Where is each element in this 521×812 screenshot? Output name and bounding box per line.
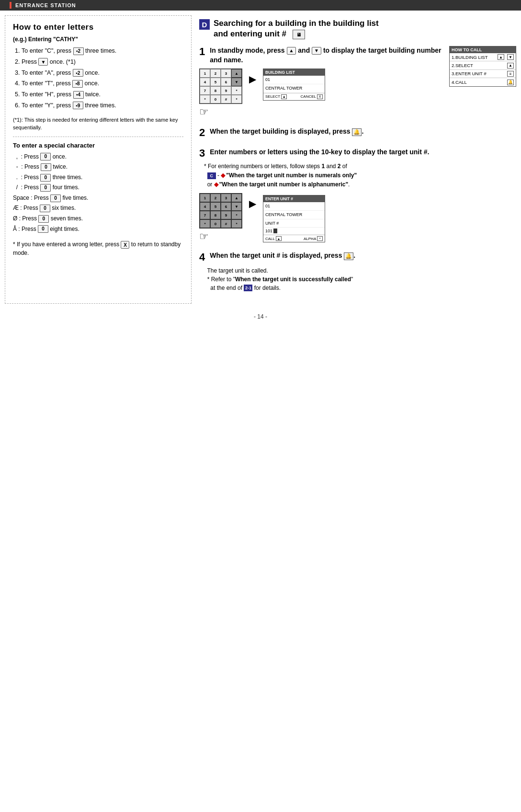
step-a-text: To enter "A", press ▪2 once.: [22, 69, 100, 76]
key-0-dash: 0: [41, 163, 51, 171]
htc-row2-text: 2.SELECT: [452, 63, 473, 68]
example-title: (e.g.) Entering "CATHY": [13, 36, 183, 43]
eus-footer: CALL ▲ ALPHA *: [263, 235, 325, 242]
eus-alpha-btn: ALPHA *: [304, 236, 323, 241]
step3-keypad: 1 2 3 ▲ 4 5 6 ▼: [199, 193, 242, 243]
step3-hand: ☞: [199, 230, 242, 243]
step-nav: Press ▼ once. (*1): [22, 57, 183, 67]
main-content: How to enter letters (e.g.) Entering "CA…: [0, 11, 521, 309]
kp3-down: ▼: [231, 202, 242, 211]
step-c: To enter "C", press ▪2 three times.: [22, 46, 183, 56]
kp3-4: 4: [200, 202, 210, 211]
eus-call-icon: ▲: [276, 236, 282, 241]
step-y: To enter "Y", press ▪9 three times.: [22, 101, 183, 110]
kp-star: *: [231, 86, 242, 95]
step3-sub: * For entering numbers or letters, follo…: [199, 162, 516, 190]
htc-row1-icons: ▲ ▼: [496, 54, 514, 60]
step2-num: 2: [199, 127, 205, 138]
eus-unit-label: UNIT #: [263, 219, 325, 228]
step4-bell: 🔔: [344, 252, 353, 260]
step3-num: 3: [199, 148, 205, 159]
key-down: ▼: [38, 58, 48, 66]
step1-cancel-icon: X: [317, 94, 323, 99]
step1-down-key: ▼: [312, 47, 321, 55]
step1-cancel-btn: CANCEL X: [301, 94, 323, 99]
step-nav-text: Press ▼ once. (*1): [22, 58, 76, 65]
step1-select-icon: ▲: [281, 94, 287, 99]
cathy-steps: To enter "C", press ▪2 three times. Pres…: [13, 46, 183, 110]
eus-name: CENTRAL TOWER: [263, 211, 325, 219]
kp-6: 6: [221, 78, 231, 86]
htc-row3-text: 3.ENTER UNIT #: [452, 71, 487, 76]
footnote: (*1): This step is needed for entering d…: [13, 116, 183, 132]
eus-call-btn: CALL ▲: [265, 236, 282, 241]
step3-text: Enter numbers or letters using the 10-ke…: [210, 148, 429, 157]
step1-keypad-group: 1 2 3 ▲ 4 5 6 ▼: [199, 69, 242, 118]
section-header: D Searching for a building in the buildi…: [199, 18, 516, 39]
step4-note: The target unit is called. * Refer to "W…: [199, 266, 516, 292]
page-number: - 14 -: [0, 309, 521, 323]
kp-3: 3: [221, 69, 231, 78]
kp3-2: 2: [210, 194, 221, 202]
step-t-text: To enter "T", press ▪8 once.: [22, 80, 99, 87]
step2-bell: 🔔: [352, 128, 362, 136]
kp3-0: 0: [210, 219, 221, 228]
htc-select-icon: ▲: [507, 63, 514, 69]
left-column: How to enter letters (e.g.) Entering "CA…: [5, 15, 192, 304]
kp-row1: 1 2 3 ▲: [200, 69, 242, 78]
kp3-row1: 1 2 3 ▲: [200, 194, 242, 202]
step-h: To enter "H", press ▪4 twice.: [22, 90, 183, 99]
htc-row-2: 2.SELECT ▲: [450, 61, 516, 70]
kp3-hash: #: [221, 219, 231, 228]
step3-bullet1: ◆: [221, 172, 225, 179]
kp-down: ▼: [231, 78, 242, 86]
step2: 2 When the target building is displayed,…: [199, 127, 516, 138]
key-8: ▪8: [72, 80, 83, 88]
step-c-text: To enter "C", press ▪2 three times.: [22, 47, 116, 54]
kp-9: 9: [221, 86, 231, 95]
kp-2: 2: [210, 69, 221, 78]
kp3-9: 9: [221, 211, 231, 219]
htc-enter-icon: ≡: [507, 71, 514, 77]
htc-up-icon: ▲: [498, 54, 504, 60]
kp-8: 8: [210, 86, 221, 95]
key-9: ▪9: [73, 102, 83, 109]
key-0-oe: 0: [38, 215, 49, 223]
kp-row2: 4 5 6 ▼: [200, 78, 242, 86]
htc-call-icon: 🔔: [507, 80, 514, 85]
step3-keypad-group: 1 2 3 ▲ 4 5 6 ▼: [199, 193, 242, 243]
key-x: X: [121, 241, 129, 249]
kp3-5: 5: [210, 202, 221, 211]
step1-arrow: ▶: [249, 73, 256, 85]
key-0-aa: 0: [38, 225, 48, 233]
step-h-text: To enter "H", press ▪4 twice.: [22, 91, 101, 98]
key-2b: ▪2: [73, 69, 83, 77]
htc-header: HOW TO CALL: [450, 46, 516, 53]
kp3-3: 3: [221, 194, 231, 202]
step-y-text: To enter "Y", press ▪9 three times.: [22, 102, 116, 109]
wrong-letter-note: * If you have entered a wrong letter, pr…: [13, 240, 183, 257]
kp3-row3: 7 8 9 *: [200, 211, 242, 219]
special-char-section: To enter a special character , : Press 0…: [13, 142, 183, 235]
step1-select-btn: SELECT ▲: [265, 94, 287, 99]
kp3-8: 8: [210, 211, 221, 219]
step4-num: 4: [199, 252, 205, 263]
step3-c-label: C: [207, 172, 216, 179]
step1-content: 1 2 3 ▲ 4 5 6 ▼: [199, 69, 444, 118]
step3: 3 Enter numbers or letters using the 10-…: [199, 148, 516, 243]
eus-cursor: [273, 229, 277, 233]
kp3-up: ▲: [231, 194, 242, 202]
divider1: [13, 137, 183, 137]
eus-alpha-icon: *: [317, 236, 323, 241]
htc-row1-num: 1.BUILDING LIST: [452, 55, 488, 60]
step4-ref-label: 2-1: [244, 285, 252, 291]
step4: 4 When the target unit # is displayed, p…: [199, 252, 516, 292]
kp-1: 1: [200, 69, 210, 78]
step1-display: BUILDING LIST 01 CENTRAL TOWER SELECT ▲ …: [263, 69, 325, 100]
step-t: To enter "T", press ▪8 once.: [22, 79, 183, 88]
key-0-slash: 0: [40, 184, 51, 192]
step1-ds-name: CENTRAL TOWER: [263, 84, 325, 93]
htc-row-4: 4.CALL 🔔: [450, 78, 516, 86]
step1-ds-footer: SELECT ▲ CANCEL X: [263, 93, 325, 100]
step3-bullet2: ◆: [214, 181, 218, 188]
